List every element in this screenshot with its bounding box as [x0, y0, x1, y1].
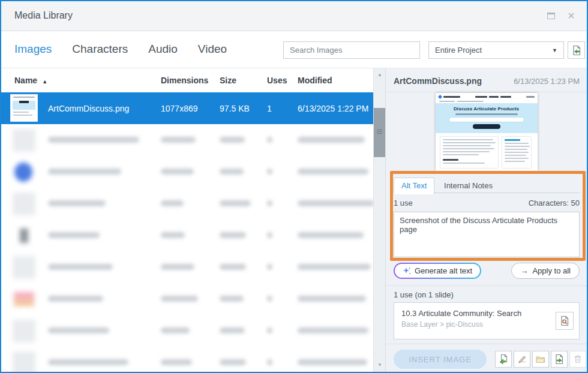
image-thumbnail: [13, 161, 35, 184]
redacted-text: [298, 200, 374, 206]
redacted-text: [161, 200, 184, 206]
media-table: Name▲ Dimensions Size Uses Modified ArtC…: [1, 68, 373, 372]
redacted-text: [48, 327, 109, 333]
panel-header: ArtCommDiscuss.png 6/13/2025 1:23 PM: [386, 68, 587, 92]
replace-image-button[interactable]: [495, 351, 512, 368]
redacted-text: [48, 169, 121, 175]
table-scrollbar[interactable]: ▲ ▼: [373, 68, 385, 372]
ai-sparkle-icon: [403, 267, 411, 275]
redacted-text: [298, 296, 366, 302]
redacted-text: [220, 200, 251, 206]
column-header-dimensions[interactable]: Dimensions: [161, 76, 208, 85]
redacted-text: [298, 137, 365, 143]
redacted-text: [267, 200, 272, 206]
page-with-magnifier-icon: [559, 315, 570, 326]
redacted-text: [161, 137, 196, 143]
redacted-text: [220, 296, 244, 302]
search-input[interactable]: [283, 41, 420, 59]
table-row[interactable]: [1, 188, 373, 219]
divider: [386, 285, 587, 286]
insert-image-button[interactable]: INSERT IMAGE: [394, 350, 487, 369]
generate-alt-text-label: Generate alt text: [415, 266, 472, 275]
redacted-text: [267, 327, 272, 333]
table-row[interactable]: [1, 251, 373, 283]
table-row[interactable]: [1, 219, 373, 251]
generate-alt-text-button[interactable]: Generate alt text: [394, 263, 481, 279]
tab-images[interactable]: Images: [14, 43, 52, 56]
preview-page-title: Discuss Articulate Products: [436, 106, 538, 112]
scrollbar-grip-icon: [377, 130, 382, 135]
tab-internal-notes[interactable]: Internal Notes: [437, 178, 500, 194]
replace-image-icon: [498, 354, 509, 365]
redacted-text: [298, 359, 367, 365]
image-thumbnail: [10, 94, 38, 122]
pencil-edit-icon: [517, 354, 527, 365]
import-media-button[interactable]: [568, 41, 585, 59]
column-header-size[interactable]: Size: [220, 76, 236, 85]
usage-layer-path: Base Layer > pic-Discuss: [401, 320, 572, 329]
table-row-selected[interactable]: ArtCommDiscuss.png 1077x869 97.5 KB 1 6/…: [1, 92, 373, 124]
table-row[interactable]: [1, 156, 373, 188]
preview-search-bar: [449, 117, 524, 122]
image-thumbnail: [13, 224, 35, 247]
tab-alt-text[interactable]: Alt Text: [394, 178, 434, 194]
character-count-label: Characters: 50: [529, 198, 580, 207]
close-button[interactable]: ✕: [565, 10, 577, 22]
table-row[interactable]: [1, 283, 373, 315]
image-preview-area: Discuss Articulate Products: [386, 92, 587, 172]
redacted-text: [161, 327, 190, 333]
tab-characters[interactable]: Characters: [72, 43, 128, 56]
redacted-text: [48, 359, 128, 365]
redacted-text: [48, 232, 100, 238]
redacted-text: [161, 296, 198, 302]
scroll-up-icon[interactable]: ▲: [374, 70, 386, 80]
table-row[interactable]: [1, 347, 373, 373]
redacted-text: [267, 232, 272, 238]
table-row[interactable]: [1, 124, 373, 156]
redacted-text: [298, 327, 368, 333]
bottom-icon-toolbar: [495, 351, 586, 368]
redacted-text: [298, 264, 371, 270]
tab-video[interactable]: Video: [198, 43, 227, 56]
maximize-button[interactable]: [545, 10, 557, 22]
export-image-button[interactable]: [551, 351, 568, 368]
media-type-tabs: Images Characters Audio Video: [14, 43, 227, 56]
column-header-name[interactable]: Name▲: [14, 76, 47, 85]
cell-name: ArtCommDiscuss.png: [48, 104, 129, 113]
redacted-text: [48, 296, 103, 302]
panel-modified-date: 6/13/2025 1:23 PM: [514, 77, 580, 86]
usage-slide-title: 10.3 Articulate Community: Search: [401, 309, 572, 318]
usage-list-item[interactable]: 10.3 Articulate Community: Search Base L…: [394, 302, 580, 339]
scope-dropdown[interactable]: Entire Project ▼: [428, 41, 564, 59]
redacted-text: [267, 359, 272, 365]
scrollbar-thumb[interactable]: [374, 108, 385, 157]
alt-text-input[interactable]: Screenshot of the Discuss Articulate Pro…: [394, 212, 580, 257]
table-row[interactable]: [1, 315, 373, 347]
cell-dimensions: 1077x869: [161, 104, 198, 113]
arrow-right-icon: →: [520, 266, 528, 275]
redacted-text: [267, 137, 272, 143]
image-thumbnail: [13, 129, 35, 152]
preview-use-button[interactable]: [556, 312, 574, 330]
scroll-down-icon[interactable]: ▼: [374, 360, 386, 371]
redacted-text: [48, 264, 113, 270]
tab-audio[interactable]: Audio: [148, 43, 178, 56]
sort-asc-icon: ▲: [42, 79, 47, 85]
redacted-text: [161, 264, 194, 270]
redacted-text: [220, 169, 244, 175]
toolbar: Images Characters Audio Video Entire Pro…: [1, 31, 587, 68]
alt-text-counts: 1 use Characters: 50: [394, 198, 580, 207]
delete-image-button[interactable]: [569, 351, 586, 368]
import-media-icon: [571, 45, 582, 56]
redacted-text: [220, 264, 246, 270]
column-header-uses[interactable]: Uses: [267, 76, 287, 85]
alt-text-actions: Generate alt text → Apply to all: [394, 263, 580, 281]
cell-size: 97.5 KB: [220, 104, 250, 113]
redacted-text: [48, 200, 106, 206]
redacted-text: [220, 359, 246, 365]
apply-to-all-button[interactable]: → Apply to all: [511, 263, 580, 279]
edit-image-button[interactable]: [514, 351, 530, 368]
open-folder-button[interactable]: [532, 351, 549, 368]
redacted-text: [220, 232, 246, 238]
column-header-modified[interactable]: Modified: [298, 76, 332, 85]
